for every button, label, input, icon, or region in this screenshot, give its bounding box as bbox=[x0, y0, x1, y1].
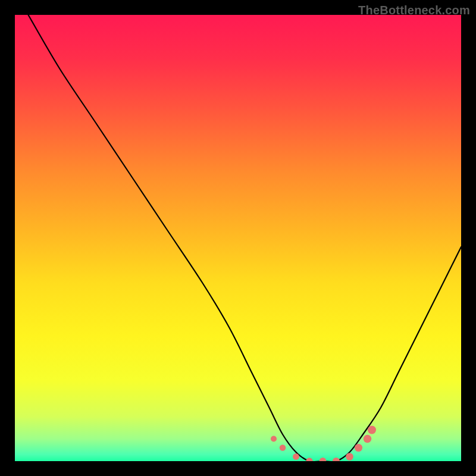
highlight-marker bbox=[364, 435, 372, 443]
bottleneck-chart bbox=[15, 15, 461, 461]
highlight-marker bbox=[368, 426, 376, 434]
highlight-marker bbox=[346, 453, 353, 461]
highlight-marker bbox=[293, 453, 299, 460]
highlight-marker bbox=[280, 444, 286, 450]
highlight-marker bbox=[355, 444, 362, 452]
gradient-background bbox=[15, 15, 461, 461]
highlight-marker bbox=[271, 436, 277, 442]
